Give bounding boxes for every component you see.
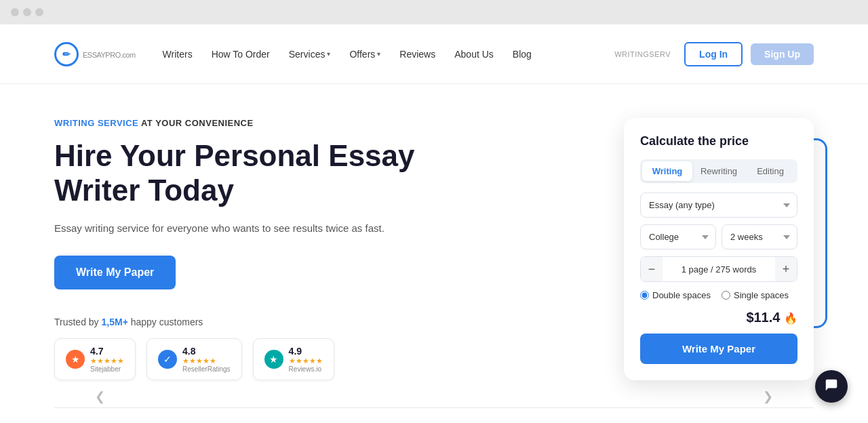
hero-section: WRITING SERVICE AT YOUR CONVENIENCE Hire… (0, 84, 868, 407)
sitejabber-score: 4.7 (90, 346, 124, 357)
login-button[interactable]: Log In (684, 42, 743, 66)
pages-increase-button[interactable]: + (775, 257, 797, 281)
eyebrow-highlight: WRITING SERVICE (54, 118, 138, 128)
nav-about-us[interactable]: About Us (454, 49, 494, 60)
pages-value: 1 page / 275 words (663, 264, 775, 275)
essay-type-select[interactable]: Essay (any type) Research Paper Term Pap… (640, 193, 797, 218)
academic-level-select[interactable]: College High School University Master's … (640, 224, 716, 249)
logo[interactable]: ✏ ESSAYPRO.com (54, 42, 136, 66)
hero-eyebrow: WRITING SERVICE AT YOUR CONVENIENCE (54, 118, 597, 128)
trust-badges: ★ 4.7 ★★★★★ Sitejabber ✓ 4.8 ★★★★★ Resel… (54, 338, 597, 380)
nav-actions: WRITINGSERV Log In Sign Up (614, 42, 814, 66)
browser-dot-2 (23, 8, 31, 16)
reviewsio-info: 4.9 ★★★★★ Reviews.io (289, 346, 323, 373)
chat-icon (824, 378, 839, 396)
price-calculator: Calculate the price Writing Rewriting Ed… (624, 118, 814, 380)
nav-blog[interactable]: Blog (513, 49, 532, 60)
offers-chevron-icon: ▾ (377, 50, 380, 58)
single-spaces-label[interactable]: Single spaces (722, 290, 789, 300)
chat-button[interactable] (815, 370, 848, 403)
nav-offers[interactable]: Offers ▾ (349, 49, 380, 60)
pages-row: − 1 page / 275 words + (640, 256, 797, 282)
badge-resellerratings: ✓ 4.8 ★★★★★ ResellerRatings (146, 338, 242, 380)
spacing-row: Double spaces Single spaces (640, 290, 797, 300)
nav-reviews[interactable]: Reviews (399, 49, 435, 60)
flame-icon: 🔥 (784, 313, 797, 324)
double-spaces-radio[interactable] (640, 291, 649, 300)
hero-left: WRITING SERVICE AT YOUR CONVENIENCE Hire… (54, 118, 624, 380)
price-value: $11.4 (746, 310, 780, 325)
trust-section: Trusted by 1,5M+ happy customers ★ 4.7 ★… (54, 317, 597, 380)
eyebrow-normal: AT YOUR CONVENIENCE (141, 118, 254, 128)
services-chevron-icon: ▾ (327, 50, 330, 58)
nav-how-to-order[interactable]: How To Order (212, 49, 270, 60)
resellerratings-info: 4.8 ★★★★★ ResellerRatings (182, 346, 231, 373)
tab-editing[interactable]: Editing (745, 161, 795, 181)
tab-rewriting[interactable]: Rewriting (694, 161, 744, 181)
hero-cta-button[interactable]: Write My Paper (54, 256, 176, 289)
logo-icon: ✏ (54, 42, 79, 66)
single-spaces-text: Single spaces (734, 290, 789, 300)
level-deadline-row: College High School University Master's … (640, 224, 797, 249)
navbar: ✏ ESSAYPRO.com Writers How To Order Serv… (0, 24, 868, 84)
sitejabber-info: 4.7 ★★★★★ Sitejabber (90, 346, 124, 373)
page: ✏ ESSAYPRO.com Writers How To Order Serv… (0, 24, 868, 423)
price-display: $11.4 🔥 (640, 310, 797, 325)
nav-services[interactable]: Services ▾ (289, 49, 331, 60)
trust-suffix: happy customers (131, 317, 203, 327)
nav-writers[interactable]: Writers (163, 49, 193, 60)
trust-label: Trusted by 1,5M+ happy customers (54, 317, 597, 327)
hero-title: Hire Your Personal Essay Writer Today (54, 139, 597, 207)
tab-writing[interactable]: Writing (642, 161, 692, 181)
sitejabber-stars: ★★★★★ (90, 357, 124, 365)
sitejabber-icon: ★ (66, 350, 85, 369)
reviewsio-name: Reviews.io (289, 365, 323, 373)
pages-decrease-button[interactable]: − (641, 257, 663, 281)
signup-button[interactable]: Sign Up (751, 43, 814, 65)
resellerratings-score: 4.8 (182, 346, 231, 357)
calculator-title: Calculate the price (640, 134, 797, 148)
double-spaces-label[interactable]: Double spaces (640, 290, 711, 300)
nav-links: Writers How To Order Services ▾ Offers ▾… (163, 49, 615, 60)
double-spaces-text: Double spaces (652, 290, 711, 300)
hero-subtitle: Essay writing service for everyone who w… (54, 221, 597, 237)
resellerratings-stars: ★★★★★ (182, 357, 231, 365)
single-spaces-radio[interactable] (722, 291, 730, 300)
writing-serv-label: WRITINGSERV (614, 50, 671, 58)
badge-sitejabber: ★ 4.7 ★★★★★ Sitejabber (54, 338, 136, 380)
reviewsio-score: 4.9 (289, 346, 323, 357)
badge-reviewsio: ★ 4.9 ★★★★★ Reviews.io (253, 338, 334, 380)
calculator-tabs: Writing Rewriting Editing (640, 159, 797, 183)
bottom-section-hint: ❮ Team of Professional Essay Writers ❯ (0, 408, 868, 423)
hero-right: Calculate the price Writing Rewriting Ed… (624, 118, 814, 380)
trust-count: 1,5M+ (102, 317, 128, 327)
trust-prefix: Trusted by (54, 317, 102, 327)
browser-dot-3 (35, 8, 43, 16)
logo-text: ESSAYPRO.com (83, 47, 136, 61)
resellerratings-name: ResellerRatings (182, 365, 231, 373)
reviewsio-stars: ★★★★★ (289, 357, 323, 365)
deadline-select[interactable]: 2 weeks 6 hours 12 hours 24 hours 3 days… (722, 224, 797, 249)
browser-dot-1 (11, 8, 19, 16)
reviewsio-icon: ★ (264, 350, 283, 369)
browser-chrome (0, 0, 868, 24)
sitejabber-name: Sitejabber (90, 365, 124, 373)
calculator-write-button[interactable]: Write My Paper (640, 334, 797, 364)
resellerratings-icon: ✓ (158, 350, 177, 369)
